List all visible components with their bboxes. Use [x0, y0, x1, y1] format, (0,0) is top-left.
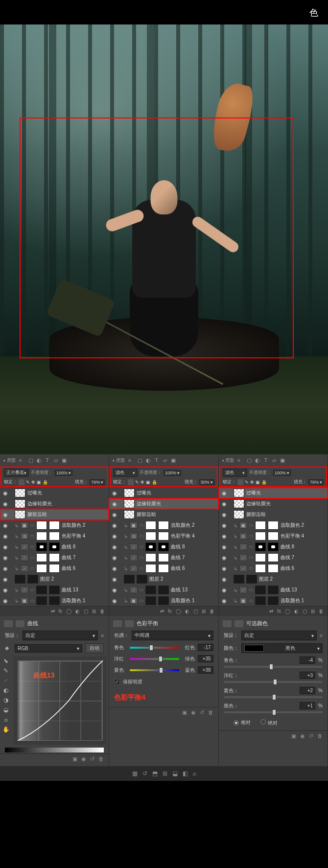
layer-thumb[interactable]: [255, 532, 266, 540]
link-layers-icon[interactable]: ⇄: [160, 609, 164, 614]
blend-mode-select[interactable]: 滤色▾: [113, 469, 138, 477]
lock-pos-icon[interactable]: ✥: [141, 480, 144, 485]
layer-mask-thumb[interactable]: [268, 596, 279, 605]
layer-row[interactable]: ◉ ↳ ▦⬭ 选取颜色 1: [0, 595, 109, 606]
group-icon[interactable]: ▢: [84, 609, 88, 614]
new-layer-icon[interactable]: ⊞: [311, 609, 315, 614]
filter-shape-icon[interactable]: ▱: [52, 457, 59, 464]
layer-name[interactable]: 色彩平衡 4: [171, 533, 216, 540]
layer-row[interactable]: ◉ ↳ ⚖⬭ 色彩平衡 4: [109, 531, 218, 541]
layer-thumb[interactable]: [255, 542, 266, 551]
filter-smart-icon[interactable]: ▣: [61, 457, 68, 464]
reset-icon[interactable]: ↺: [309, 733, 313, 739]
pencil-tool-icon[interactable]: ✎: [1, 666, 11, 675]
new-layer-icon[interactable]: ⊞: [202, 609, 206, 614]
layer-row[interactable]: ◉ ↳ ⟋⬭ 曲线 7: [219, 552, 328, 563]
layer-name[interactable]: 腿部压暗: [27, 511, 107, 518]
layer-mask-thumb[interactable]: [158, 542, 169, 551]
layer-row[interactable]: ◉ ↳ ⟋⬭ 曲线 13: [109, 585, 218, 595]
layer-row[interactable]: ◉ 图层 2: [219, 574, 328, 585]
layer-name[interactable]: 曲线 8: [171, 543, 216, 550]
layer-name[interactable]: 图层 2: [149, 576, 216, 583]
layer-row[interactable]: ◉ ↳ ⟋⬭ 曲线 8: [109, 541, 218, 552]
mask-icon[interactable]: ◯: [285, 609, 290, 614]
layer-thumb[interactable]: [36, 532, 47, 540]
clip-to-layer-icon[interactable]: ▣: [291, 733, 296, 739]
delete-icon[interactable]: 🗑: [319, 609, 324, 614]
layer-name[interactable]: 曲线 13: [171, 586, 216, 593]
visibility-toggle[interactable]: ◉: [221, 522, 228, 529]
layer-row[interactable]: ◉ ↳ ⟋⬭ 曲线 6: [219, 563, 328, 574]
layer-thumb[interactable]: [36, 564, 47, 573]
reset-icon[interactable]: ↺: [200, 709, 204, 716]
filter-shape-icon[interactable]: ▱: [162, 457, 168, 464]
layer-thumb[interactable]: [145, 553, 156, 562]
visibility-toggle[interactable]: ◉: [2, 554, 9, 561]
sc-slider[interactable]: [224, 711, 323, 713]
layer-row[interactable]: ◉ 腿部压暗: [219, 509, 328, 520]
layer-row[interactable]: ◉ 过曝光: [0, 488, 109, 498]
slider-value[interactable]: +3: [300, 672, 315, 679]
lock-trans-icon[interactable]: [237, 479, 243, 485]
layer-thumb[interactable]: [234, 575, 244, 584]
visibility-toggle[interactable]: ◉: [2, 586, 9, 593]
curves-channel-select[interactable]: RGB▾: [15, 644, 82, 653]
footer-icon[interactable]: ↺: [142, 770, 147, 777]
fx-icon[interactable]: fx: [59, 609, 63, 614]
lock-artboard-icon[interactable]: ▣: [256, 480, 260, 485]
layer-row[interactable]: ◉ 边缘轮廓光: [219, 498, 328, 509]
opacity-value[interactable]: 100%▾: [55, 470, 72, 476]
layer-thumb[interactable]: [145, 521, 156, 530]
slider-value[interactable]: -17: [198, 644, 213, 651]
eyedrop-white-icon[interactable]: ◒: [1, 705, 11, 714]
layer-name[interactable]: 色彩平衡 4: [62, 533, 107, 540]
layer-name[interactable]: 图层 2: [40, 576, 107, 583]
eyedrop-gray-icon[interactable]: ◑: [1, 696, 11, 704]
adj-new-icon[interactable]: ◐: [294, 609, 299, 614]
absolute-radio[interactable]: 绝对: [260, 719, 278, 727]
link-layers-icon[interactable]: ⇄: [269, 609, 273, 614]
layer-name[interactable]: 过曝光: [246, 490, 326, 496]
layer-thumb[interactable]: [255, 564, 266, 573]
lock-all-icon[interactable]: 🔒: [43, 480, 48, 485]
layer-name[interactable]: 曲线 13: [281, 586, 326, 593]
fx-icon[interactable]: fx: [168, 609, 172, 614]
hand-icon[interactable]: ✋: [1, 725, 11, 734]
layer-name[interactable]: 曲线 13: [62, 586, 107, 593]
lock-all-icon[interactable]: 🔒: [152, 480, 157, 485]
adj-new-icon[interactable]: ◐: [75, 609, 80, 614]
layer-thumb[interactable]: [145, 564, 156, 573]
visibility-toggle[interactable]: ◉: [2, 522, 9, 529]
cb-slider[interactable]: [130, 658, 179, 660]
trash-icon[interactable]: 🗑: [208, 709, 213, 716]
layer-thumb[interactable]: [145, 532, 156, 540]
layer-mask-thumb[interactable]: [158, 521, 169, 530]
layer-mask-thumb[interactable]: [268, 553, 279, 562]
visibility-toggle[interactable]: ◉: [111, 586, 118, 593]
layer-row[interactable]: ◉ 图层 2: [0, 574, 109, 585]
sc-color-select[interactable]: 黑色▾: [241, 643, 323, 653]
layer-thumb[interactable]: [15, 499, 25, 508]
layer-row[interactable]: ◉ 边缘轮廓光: [0, 498, 109, 509]
lock-pos-icon[interactable]: ✥: [31, 480, 35, 485]
layer-row[interactable]: ◉ ↳ ▦⬭ 选取颜色 2: [219, 520, 328, 531]
layer-mask-thumb[interactable]: [158, 564, 169, 573]
layer-mask-thumb[interactable]: [49, 532, 60, 540]
layer-row[interactable]: ◉ ↳ ⟋⬭ 曲线 7: [0, 552, 109, 563]
layer-row[interactable]: ◉ ↳ ▦⬭ 选取颜色 2: [0, 520, 109, 531]
sc-menu-icon[interactable]: ≡: [320, 633, 323, 638]
layer-name[interactable]: 曲线 7: [171, 554, 216, 561]
layer-mask-thumb[interactable]: [268, 542, 279, 551]
sampler-icon[interactable]: ✥: [5, 646, 12, 651]
layer-name[interactable]: 曲线 8: [62, 543, 107, 550]
reset-icon[interactable]: ↺: [90, 756, 94, 762]
opacity-value[interactable]: 100%▾: [273, 470, 291, 476]
layer-name[interactable]: 选取颜色 2: [62, 522, 107, 529]
delete-icon[interactable]: 🗑: [100, 609, 105, 614]
visibility-toggle[interactable]: ◉: [111, 500, 118, 507]
layer-mask-thumb[interactable]: [49, 521, 60, 530]
sc-slider[interactable]: [224, 681, 323, 683]
filter-shape-icon[interactable]: ▱: [271, 457, 278, 464]
visibility-toggle[interactable]: ◉: [221, 511, 228, 518]
footer-icon[interactable]: ◧: [183, 770, 188, 777]
